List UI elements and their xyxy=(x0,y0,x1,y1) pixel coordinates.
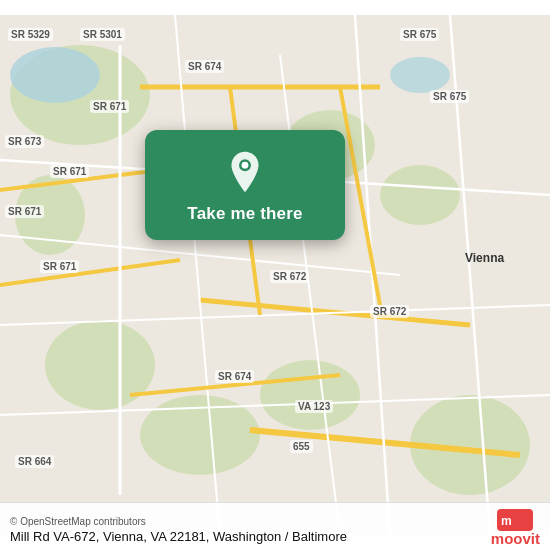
road-label-va123: VA 123 xyxy=(295,400,333,413)
address-block: © OpenStreetMap contributors Mill Rd VA-… xyxy=(10,516,347,546)
road-label-sr675b: SR 675 xyxy=(430,90,469,103)
location-pin-icon xyxy=(223,150,267,194)
road-label-sr5329: SR 5329 xyxy=(8,28,53,41)
bottom-bar: © OpenStreetMap contributors Mill Rd VA-… xyxy=(0,502,550,550)
road-label-sr673: SR 673 xyxy=(5,135,44,148)
road-label-sr664: SR 664 xyxy=(15,455,54,468)
take-me-there-button[interactable]: Take me there xyxy=(187,204,302,224)
svg-point-4 xyxy=(380,165,460,225)
location-card: Take me there xyxy=(145,130,345,240)
osm-credit: © OpenStreetMap contributors xyxy=(10,516,347,527)
road-label-sr671a: SR 671 xyxy=(90,100,129,113)
svg-text:m: m xyxy=(501,514,512,528)
svg-point-29 xyxy=(242,162,249,169)
address-text: Mill Rd VA-672, Vienna, VA 22181, Washin… xyxy=(10,529,347,546)
road-label-sr675a: SR 675 xyxy=(400,28,439,41)
road-label-sr674b: SR 674 xyxy=(215,370,254,383)
road-label-sr5301: SR 5301 xyxy=(80,28,125,41)
city-label-vienna: Vienna xyxy=(462,250,507,266)
moovit-brand-text: moovit xyxy=(491,531,540,546)
road-label-sr671b: SR 671 xyxy=(50,165,89,178)
svg-point-5 xyxy=(45,320,155,410)
svg-point-9 xyxy=(10,47,100,103)
road-label-sr671c: SR 671 xyxy=(5,205,44,218)
svg-point-3 xyxy=(260,360,360,430)
svg-point-10 xyxy=(390,57,450,93)
road-label-sr674a: SR 674 xyxy=(185,60,224,73)
road-label-sr655: 655 xyxy=(290,440,313,453)
moovit-logo: m moovit xyxy=(491,509,540,546)
road-label-sr672a: SR 672 xyxy=(270,270,309,283)
map-container: SR 5329 SR 5301 SR 674 SR 675 SR 675 SR … xyxy=(0,0,550,550)
road-label-sr672b: SR 672 xyxy=(370,305,409,318)
road-label-sr671d: SR 671 xyxy=(40,260,79,273)
moovit-icon: m xyxy=(497,509,533,531)
